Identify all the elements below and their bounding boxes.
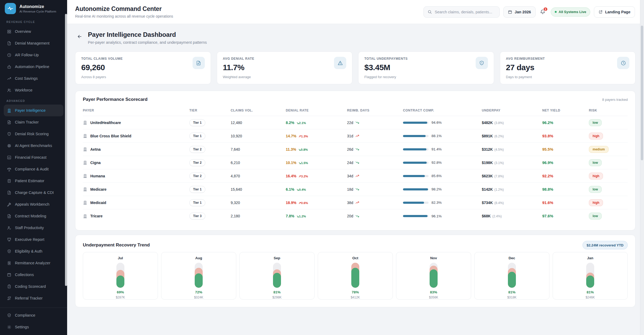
payer-row-tricare[interactable]: TricareTier 32,1807.8%↘1.2%20d96.1%$68K(… xyxy=(83,209,628,223)
column-header-contract-comp: CONTRACT COMP. xyxy=(403,109,482,112)
sidebar-item-overview[interactable]: Overview xyxy=(4,26,63,37)
sidebar-item-claim-tracker[interactable]: Claim Tracker xyxy=(4,116,63,128)
payer-row-aetna[interactable]: AetnaTier 27,64011.3%↘0.8%26d91.4%$312K(… xyxy=(83,143,628,156)
sidebar-item-contract-modeling[interactable]: Contract Modeling xyxy=(4,210,63,222)
sidebar-item-ar-follow-up[interactable]: AR Follow-Up xyxy=(4,49,63,61)
search-input[interactable] xyxy=(435,10,496,14)
search-box[interactable] xyxy=(423,6,500,18)
contract-compliance-value: 85.6% xyxy=(431,174,442,178)
trend-down-icon xyxy=(355,121,359,125)
building-icon xyxy=(83,187,87,192)
landing-page-button[interactable]: Landing Page xyxy=(594,6,635,18)
payers-tracked-count: 8 payers tracked xyxy=(602,98,628,102)
recovery-bar xyxy=(116,263,124,288)
sidebar-item-collections[interactable]: Collections xyxy=(4,269,63,281)
top-header: Autonomize Command Center Real-time AI m… xyxy=(67,0,644,24)
payer-row-cigna[interactable]: CignaTier 26,21010.1%↘1.5%24d92.8%$198K(… xyxy=(83,156,628,169)
sidebar-item-denial-management[interactable]: Denial Management xyxy=(4,37,63,49)
underpay-percent: (7.8%) xyxy=(494,174,504,178)
risk-badge: low xyxy=(589,186,602,193)
alert-triangle-icon xyxy=(334,57,346,69)
page-content: Payer Intelligence Dashboard Per-payer a… xyxy=(67,24,644,335)
sidebar-item-denial-risk-scoring[interactable]: Denial Risk Scoring xyxy=(4,128,63,140)
risk-badge: high xyxy=(589,173,603,180)
page-scrollbar[interactable] xyxy=(640,0,644,335)
sidebar-item-compliance-audit[interactable]: Compliance & Audit xyxy=(4,163,63,175)
sidebar-item-executive-report[interactable]: Executive Report xyxy=(4,234,63,245)
underpay-value: $68K xyxy=(482,214,491,218)
sidebar-item-financial-forecast[interactable]: Financial Forecast xyxy=(4,151,63,163)
sidebar-item-automation-pipeline[interactable]: Automation Pipeline xyxy=(4,61,63,73)
sidebar-item-label: Executive Report xyxy=(15,237,44,242)
kpi-label: TOTAL CLAIMS VOLUME xyxy=(81,57,123,61)
reimb-days-value: 22d xyxy=(347,121,353,125)
back-button[interactable] xyxy=(75,32,84,41)
month-label: Jul xyxy=(118,256,123,260)
sidebar-item-label: Cost Savings xyxy=(15,76,38,81)
sidebar-item-appeals-workbench[interactable]: Appeals Workbench xyxy=(4,198,63,210)
sidebar-item-cost-savings[interactable]: Cost Savings xyxy=(4,73,63,84)
recovery-bar xyxy=(273,263,281,288)
contract-compliance-bar xyxy=(403,202,429,204)
sidebar-item-eligibility-auth[interactable]: Eligibility & Auth xyxy=(4,245,63,257)
reimb-days-value: 38d xyxy=(347,201,353,205)
date-range-button[interactable]: Jan 2026 xyxy=(503,6,535,18)
sidebar-item-workforce[interactable]: Workforce xyxy=(4,84,63,96)
sidebar-scrollbar[interactable] xyxy=(65,14,67,286)
notifications-button[interactable]: 3 xyxy=(540,9,545,15)
page-scrollbar-thumb[interactable] xyxy=(641,26,643,160)
calculator-icon xyxy=(7,179,11,183)
sidebar-item-ai-agent-benchmarks[interactable]: AI Agent Benchmarks xyxy=(4,140,63,151)
trend-up-icon xyxy=(355,174,359,178)
kpi-card-total-underpayments: TOTAL UNDERPAYMENTS$3.45MFlagged for rec… xyxy=(358,51,494,84)
recovery-bar xyxy=(508,263,516,288)
recovery-amount: $412K xyxy=(351,296,360,299)
payer-row-medicaid[interactable]: MedicaidTier 19,32018.9%↗0.6%38d82.3%$73… xyxy=(83,196,628,209)
claims-volume: 6,210 xyxy=(231,161,286,165)
sidebar-item-remittance-analyzer[interactable]: Remittance Analyzer xyxy=(4,257,63,269)
sidebar-item-label: Financial Forecast xyxy=(15,155,46,159)
clipboard-check-icon xyxy=(7,284,11,289)
claims-volume: 7,640 xyxy=(231,147,286,151)
sidebar-item-compliance[interactable]: Compliance xyxy=(4,309,63,321)
recovery-amount: $246K xyxy=(586,296,595,299)
sidebar-item-referral-tracker[interactable]: Referral Tracker xyxy=(4,292,63,304)
denial-rate-delta: ↘1.2% xyxy=(296,214,306,218)
tier-badge: Tier 1 xyxy=(189,199,205,206)
sidebar-item-coding-scorecard[interactable]: Coding Scorecard xyxy=(4,281,63,292)
recovery-percent: 81% xyxy=(273,290,280,294)
notification-count-badge: 3 xyxy=(543,7,548,11)
sidebar-item-system-health[interactable]: System Health xyxy=(4,304,63,308)
sidebar-item-charge-capture-cdi[interactable]: Charge Capture & CDI xyxy=(4,187,63,198)
payer-row-unitedhealthcare[interactable]: UnitedHealthcareTier 112,4808.2%↘2.1%22d… xyxy=(83,116,628,129)
column-header-risk: RISK xyxy=(589,109,628,112)
risk-badge: low xyxy=(589,213,602,220)
recovery-bar xyxy=(195,263,203,288)
building-icon xyxy=(83,174,87,178)
sidebar-item-label: Eligibility & Auth xyxy=(15,249,42,253)
recovery-amount: $298K xyxy=(272,296,282,299)
claims-volume: 15,640 xyxy=(231,187,286,192)
payer-row-blue-cross-blue-shield[interactable]: Blue Cross Blue ShieldTier 110,92014.7%↗… xyxy=(83,129,628,143)
kpi-label: AVG DENIAL RATE xyxy=(223,57,255,61)
sidebar-item-patient-estimator[interactable]: Patient Estimator xyxy=(4,175,63,187)
building-icon xyxy=(83,147,87,151)
header-title: Autonomize Command Center xyxy=(75,5,173,13)
month-label: Jan xyxy=(587,256,593,260)
contract-compliance-value: 82.3% xyxy=(431,201,442,205)
sidebar-item-payer-intelligence[interactable]: Payer Intelligence xyxy=(4,105,63,116)
sidebar-item-settings[interactable]: Settings xyxy=(4,321,63,333)
user-check-icon xyxy=(7,226,11,230)
risk-badge: high xyxy=(589,133,603,139)
underpay-value: $734K xyxy=(482,201,493,205)
underpay-value: $482K xyxy=(482,121,493,125)
shield-plus-icon xyxy=(7,249,11,254)
sidebar-item-staff-productivity[interactable]: Staff Productivity xyxy=(4,222,63,234)
tier-badge: Tier 2 xyxy=(189,173,205,180)
shield-check-icon xyxy=(7,313,11,318)
payer-row-medicare[interactable]: MedicareTier 115,6406.1%↘0.4%18d98.2%$14… xyxy=(83,183,628,196)
scorecard-title: Payer Performance Scorecard xyxy=(83,97,148,102)
presentation-icon xyxy=(7,237,11,242)
payer-row-humana[interactable]: HumanaTier 24,87016.4%↗3.2%34d85.6%$623K… xyxy=(83,169,628,183)
underpay-percent: (3.8%) xyxy=(494,121,504,125)
